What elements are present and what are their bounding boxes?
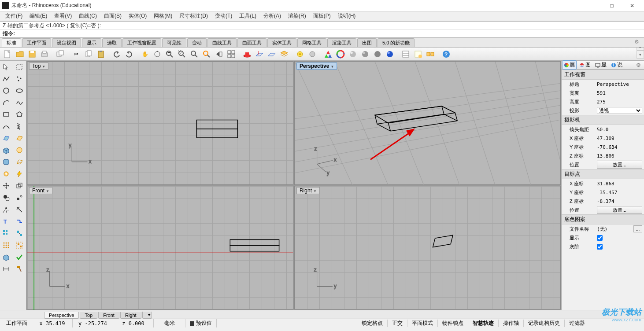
polygon-icon[interactable] [13, 108, 26, 120]
value-title[interactable]: Perspective [597, 81, 642, 87]
zoom-extents-icon[interactable] [189, 48, 200, 60]
rotate-tool-icon[interactable] [0, 191, 12, 203]
checkbox-bg-gray[interactable] [597, 244, 603, 250]
print-icon[interactable] [39, 48, 50, 60]
zoom-selected-icon[interactable] [201, 48, 212, 60]
btab-add[interactable]: ✦ [142, 312, 152, 319]
menu-dimension[interactable]: 尺寸标注(D) [176, 11, 211, 21]
open-file-icon[interactable] [14, 48, 26, 60]
text-icon[interactable]: T [0, 215, 12, 227]
options-icon[interactable] [400, 48, 411, 60]
menu-mesh[interactable]: 网格(M) [150, 11, 176, 21]
viewport-right[interactable]: Right▼ y z [294, 186, 561, 309]
helix-icon[interactable] [13, 120, 26, 132]
viewport-front-label[interactable]: Front▼ [29, 187, 52, 194]
copy-tool-icon[interactable] [13, 180, 26, 191]
help-icon[interactable]: ? [440, 48, 452, 60]
value-tgt-y[interactable]: -35.457 [597, 190, 642, 195]
cmd-scroll-down-icon[interactable]: ▾ [637, 51, 644, 59]
panel-tab-display[interactable]: 显 [593, 60, 608, 70]
value-focal[interactable]: 50.0 [597, 127, 642, 132]
tab-drafting[interactable]: 出图 [357, 38, 377, 47]
dim-icon[interactable] [0, 263, 12, 275]
tab-rendertools[interactable]: 渲染工具 [327, 38, 356, 47]
sphere3-icon[interactable] [372, 48, 383, 60]
rectangle-icon[interactable] [0, 108, 12, 120]
menu-transform[interactable]: 变动(T) [211, 11, 236, 21]
viewport-front[interactable]: Front▼ x z [27, 186, 293, 309]
tab-viewport-layout[interactable]: 工作视窗配置 [122, 38, 161, 47]
sphere4-icon[interactable] [384, 48, 396, 60]
copy-cplane-icon[interactable] [55, 48, 66, 60]
set-cplane-icon[interactable] [266, 48, 278, 60]
panel-tab-properties[interactable]: 属 [563, 60, 577, 70]
box-edit-icon[interactable] [0, 251, 12, 263]
value-tgt-x[interactable]: 31.868 [597, 181, 642, 187]
grasshopper-icon[interactable] [425, 48, 436, 60]
viewport-top[interactable]: Top▼ x y [27, 61, 293, 185]
pane-planar[interactable]: 平面模式 [407, 320, 437, 327]
show-hide-icon[interactable] [294, 48, 306, 60]
box-icon[interactable] [0, 144, 12, 156]
panel-gear-icon[interactable]: ⚙ [636, 62, 642, 68]
render-icon[interactable] [322, 48, 334, 60]
button-bg-browse[interactable]: ... [633, 225, 642, 232]
minimize-button[interactable]: ─ [581, 0, 602, 11]
menu-solid[interactable]: 实体(O) [125, 11, 150, 21]
array-icon[interactable] [0, 227, 12, 239]
paste-icon[interactable] [95, 48, 107, 60]
pane-ortho[interactable]: 正交 [387, 320, 407, 327]
checkbox-bg-show[interactable] [597, 235, 603, 241]
btab-front[interactable]: Front [98, 312, 119, 319]
copy-icon[interactable] [83, 48, 94, 60]
tab-solidtools[interactable]: 实体工具 [267, 38, 296, 47]
btab-top[interactable]: Top [80, 312, 97, 319]
scale-icon[interactable] [13, 191, 26, 203]
explode-icon[interactable] [0, 203, 12, 215]
layers-icon[interactable] [278, 48, 290, 60]
tab-cplane[interactable]: 工作平面 [22, 38, 51, 47]
menu-render[interactable]: 渲染(R) [285, 11, 310, 21]
save-icon[interactable] [26, 48, 38, 60]
status-preset[interactable]: 预设值 [185, 319, 217, 327]
pan-icon[interactable]: ✋ [139, 48, 151, 60]
set-cplane-origin-icon[interactable] [254, 48, 265, 60]
lasso-icon[interactable] [13, 61, 26, 73]
viewport-perspective[interactable]: Perspective▼ x y z [294, 61, 561, 185]
tab-standard[interactable]: 标准 [2, 38, 21, 47]
tab-display[interactable]: 显示 [82, 38, 101, 47]
circle-icon[interactable] [0, 85, 12, 96]
pane-gridlock[interactable]: 锁定格点 [357, 320, 387, 327]
menu-surface[interactable]: 曲面(S) [100, 11, 125, 21]
pointer-icon[interactable] [0, 61, 12, 73]
ellipse-icon[interactable] [13, 85, 26, 96]
panel-tab-layers[interactable]: 图 [577, 60, 592, 70]
maximize-button[interactable]: □ [602, 0, 622, 11]
menu-analyze[interactable]: 分析(A) [260, 11, 285, 21]
polyline-icon[interactable] [0, 73, 12, 85]
arc-icon[interactable] [0, 96, 12, 108]
tab-meshtools[interactable]: 网格工具 [297, 38, 326, 47]
four-viewports-icon[interactable] [226, 48, 237, 60]
value-cam-z[interactable]: 13.806 [597, 153, 642, 159]
menu-curve[interactable]: 曲线(C) [75, 11, 100, 21]
menu-help[interactable]: 说明(H) [334, 11, 359, 21]
zoom-dynamic-icon[interactable]: + [164, 48, 175, 60]
cut-icon[interactable]: ✂ [70, 48, 82, 60]
cylinder-icon[interactable] [0, 156, 12, 168]
select-projection[interactable]: 透视 [597, 107, 642, 114]
tab-setview[interactable]: 设定视图 [52, 38, 81, 47]
menu-edit[interactable]: 编辑(E) [26, 11, 51, 21]
split-icon[interactable] [13, 227, 26, 239]
tab-surfacetools[interactable]: 曲面工具 [237, 38, 266, 47]
tab-transform[interactable]: 变动 [187, 38, 207, 47]
button-tgt-place[interactable]: 放置... [597, 206, 642, 214]
redo-icon[interactable] [123, 48, 135, 60]
menu-tools[interactable]: 工具(L) [236, 11, 260, 21]
join-icon[interactable] [13, 215, 26, 227]
sphere-icon[interactable] [13, 144, 26, 156]
zoom-window-icon[interactable] [176, 48, 188, 60]
named-cplane-icon[interactable] [241, 48, 253, 60]
status-plane[interactable]: 工作平面 [2, 319, 32, 327]
undo-view-icon[interactable] [213, 48, 225, 60]
